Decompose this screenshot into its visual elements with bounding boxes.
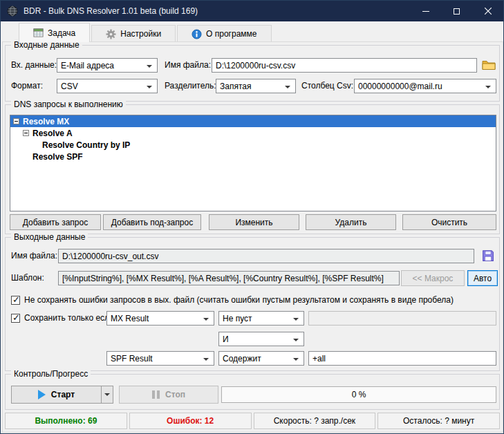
auto-button[interactable]: Авто [467,270,498,286]
chevron-down-icon [104,393,110,399]
source-label: Вх. данные: [11,58,57,73]
tab-label: О программе [206,29,256,39]
status-speed: Скорость: ? запр./сек [254,413,376,429]
dns-query-tree[interactable]: Resolve MX Resolve A Resolve Country by … [10,115,496,211]
group-title: Выходные данные [11,232,88,242]
tab-strip: Задача Настройки [1,21,503,42]
status-errors: Ошибок: 12 [129,413,252,429]
input-group: Входные данные Вх. данные: E-Mail адреса… [5,45,500,102]
format-combo[interactable]: CSV [57,79,158,93]
condition2-value-field[interactable]: +all [308,351,496,366]
save-only-if-label: Сохранить только если [24,311,114,326]
skip-errors-checkbox[interactable] [11,296,20,305]
condition1-value-field[interactable] [308,311,496,326]
tree-item-resolve-mx[interactable]: Resolve MX [10,115,496,127]
globe-icon [7,6,18,17]
skip-errors-label: Не сохранять ошибки запросов в вых. файл… [24,293,454,308]
tab-label: Задача [48,28,75,38]
input-filename-field[interactable]: D:\1200000ru-csv.csv [212,58,477,73]
template-field[interactable]: [%InputString%], [%MX Result%], [%A Resu… [58,271,400,285]
condition1-field-combo[interactable]: MX Result [106,311,214,326]
close-button[interactable] [472,1,503,21]
floppy-icon [482,249,494,262]
input-filename-label: Имя файла: [165,58,211,73]
combo-value: И [223,334,229,344]
tree-item-label: Resolve SPF [32,152,83,162]
tree-item-resolve-country[interactable]: Resolve Country by IP [10,139,496,151]
tab-about[interactable]: О программе [177,25,271,42]
task-table-icon [33,28,44,38]
csv-column-combo[interactable]: 00000000000@mail.ru [354,79,496,93]
tree-item-resolve-a[interactable]: Resolve A [10,127,496,139]
folder-icon [482,59,496,70]
delete-query-button[interactable]: Удалить [306,214,396,230]
logic-operator-combo[interactable]: И [218,332,304,346]
start-button-main[interactable]: Старт [12,386,101,403]
field-value: +all [312,354,326,364]
input-source-combo[interactable]: E-Mail адреса [57,58,158,73]
combo-value: MX Result [111,314,149,323]
browse-input-file-button[interactable] [480,57,498,73]
stop-button[interactable]: Стоп [119,386,218,404]
combo-value: SPF Result [111,354,153,364]
delimiter-label: Разделитель: [165,79,216,93]
progress-text: 0 % [352,390,366,399]
delimiter-combo[interactable]: Запятая [216,79,296,93]
tab-label: Настройки [120,29,161,39]
combo-value: Содержит [223,354,261,364]
save-output-file-button[interactable] [478,247,498,265]
tree-item-label: Resolve MX [23,117,69,126]
field-value: D:\1200000ru-csv.csv [216,61,295,70]
collapse-icon[interactable] [23,130,29,136]
info-icon [192,29,202,39]
tab-task[interactable]: Задача [19,23,90,42]
combo-value: Не пуст [223,314,252,323]
progress-bar: 0 % [221,386,496,403]
add-subquery-button[interactable]: Добавить под-запрос [103,214,201,230]
field-value: D:\1200000ru-csv_out.csv [62,252,158,261]
combo-value: E-Mail адреса [61,61,114,70]
app-window: BDR - Bulk DNS Resolver 1.01 beta (build… [0,0,504,434]
start-button[interactable]: Старт [11,386,113,404]
condition2-field-combo[interactable]: SPF Result [106,351,214,366]
group-title: Контроль/Прогресс [11,369,91,379]
control-group: Контроль/Прогресс Старт Стоп 0 % [5,374,500,410]
condition1-operator-combo[interactable]: Не пуст [218,311,304,326]
minimize-icon [422,11,429,12]
play-icon [38,390,46,399]
output-filename-field[interactable]: D:\1200000ru-csv_out.csv [58,249,474,263]
tab-settings[interactable]: Настройки [91,25,176,42]
tree-item-label: Resolve Country by IP [42,140,130,150]
combo-value: CSV [61,82,78,91]
condition2-operator-combo[interactable]: Содержит [218,351,304,366]
window-title: BDR - Bulk DNS Resolver 1.01 beta (build… [24,6,410,16]
clear-queries-button[interactable]: Очистить [402,214,496,230]
title-bar: BDR - Bulk DNS Resolver 1.01 beta (build… [1,1,503,21]
output-filename-label: Имя файла: [11,249,57,263]
csv-column-label: Столбец Csv: [301,79,353,93]
gear-icon [106,29,116,39]
output-group: Выходные данные Имя файла: D:\1200000ru-… [5,237,500,371]
macro-button[interactable]: << Макрос [401,270,465,286]
add-query-button[interactable]: Добавить запрос [10,214,101,230]
maximize-button[interactable] [441,1,472,21]
combo-value: 00000000000@mail.ru [358,82,442,91]
minimize-button[interactable] [410,1,441,21]
start-dropdown-button[interactable] [101,386,113,403]
save-only-if-checkbox[interactable] [11,314,20,323]
stop-label: Стоп [165,390,185,399]
status-completed: Выполнено: 69 [5,413,127,429]
collapse-icon[interactable] [13,118,19,124]
tree-item-resolve-spf[interactable]: Resolve SPF [10,151,496,162]
close-icon [485,8,492,15]
field-value: [%InputString%], [%MX Result%], [%A Resu… [62,274,384,283]
start-label: Старт [51,390,75,399]
status-bar: Выполнено: 69 Ошибок: 12 Скорость: ? зап… [5,413,500,429]
tree-item-label: Resolve A [32,129,73,138]
window-controls [410,1,503,21]
edit-query-button[interactable]: Изменить [209,214,299,230]
group-title: DNS запросы к выполнению [11,100,126,109]
dns-queries-group: DNS запросы к выполнению Resolve MX Reso… [5,104,500,234]
combo-value: Запятая [220,82,251,91]
pause-icon [152,390,160,399]
